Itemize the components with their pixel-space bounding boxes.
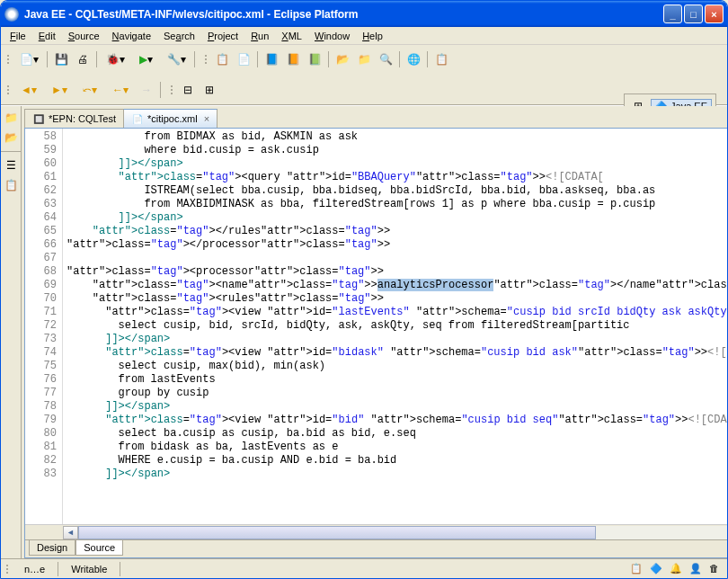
- maximize-button[interactable]: □: [684, 4, 703, 23]
- tab-epn[interactable]: 🔲 *EPN: CQLTest: [24, 109, 124, 128]
- last-edit-button[interactable]: ⤺▾: [75, 80, 104, 100]
- expand-button[interactable]: ⊞: [200, 80, 219, 100]
- menu-search[interactable]: Search: [158, 29, 200, 43]
- tasklist-icon[interactable]: 📋: [3, 177, 19, 193]
- editor-tabs: 🔲 *EPN: CQLTest 📄 *citipoc.xml × ▭ □: [22, 106, 727, 128]
- menu-project[interactable]: Project: [202, 29, 244, 43]
- tasks-button[interactable]: 📋: [431, 49, 451, 69]
- main-area: 📁 📂 ☰ 📋 🔲 *EPN: CQLTest 📄 *citipoc.xml ×: [1, 105, 727, 558]
- back-button[interactable]: ←▾: [106, 80, 135, 100]
- status-icon-4[interactable]: 👤: [689, 563, 702, 575]
- horizontal-scrollbar[interactable]: ◄ ►: [25, 524, 727, 539]
- diagram-icon: 🔲: [32, 112, 45, 125]
- window-title: Java EE - CQLTest/META-INF/wlevs/citipoc…: [24, 8, 663, 21]
- new-button[interactable]: 📄▾: [14, 49, 43, 69]
- navigator-icon[interactable]: 📂: [3, 129, 19, 146]
- eclipse-icon: [4, 7, 19, 22]
- new-servlet-button[interactable]: 📙: [283, 49, 303, 69]
- left-trim: 📁 📂 ☰ 📋: [1, 106, 22, 558]
- minimize-button[interactable]: _: [663, 4, 682, 23]
- status-selection: n…e: [19, 564, 50, 575]
- editor: 58 59 60 61 62 63 64 65 66 67 68 69 70 7…: [24, 128, 727, 558]
- web-browser-button[interactable]: 🌐: [404, 49, 423, 69]
- h-scroll-thumb[interactable]: [78, 526, 596, 539]
- line-gutter: 58 59 60 61 62 63 64 65 66 67 68 69 70 7…: [25, 129, 63, 524]
- nav-next-button[interactable]: ►▾: [45, 80, 74, 100]
- forward-button[interactable]: →: [137, 80, 156, 100]
- search-button[interactable]: 🔍: [376, 49, 395, 69]
- menu-file[interactable]: File: [4, 29, 31, 43]
- titlebar[interactable]: Java EE - CQLTest/META-INF/wlevs/citipoc…: [1, 1, 727, 27]
- code-area[interactable]: 58 59 60 61 62 63 64 65 66 67 68 69 70 7…: [25, 129, 727, 524]
- close-tab-button[interactable]: ×: [204, 113, 209, 124]
- menubar: File Edit Source Navigate Search Project…: [1, 27, 727, 45]
- menu-window[interactable]: Window: [309, 29, 355, 43]
- new-server-button[interactable]: 📋: [212, 49, 232, 69]
- menu-source[interactable]: Source: [63, 29, 105, 43]
- app-window: Java EE - CQLTest/META-INF/wlevs/citipoc…: [0, 0, 728, 579]
- open-type-button[interactable]: 📂: [333, 49, 352, 69]
- run-last-button[interactable]: 🔧▾: [162, 49, 191, 69]
- scroll-left-button[interactable]: ◄: [63, 526, 78, 539]
- new-jsp-button[interactable]: 📗: [305, 49, 324, 69]
- status-icon-2[interactable]: 🔷: [650, 563, 662, 575]
- code-content[interactable]: from BIDMAX as bid, ASKMIN as ask where …: [63, 129, 727, 524]
- xml-icon: 📄: [131, 112, 144, 125]
- tab-design[interactable]: Design: [29, 540, 75, 556]
- print-button[interactable]: 🖨: [73, 49, 93, 69]
- menu-help[interactable]: Help: [357, 29, 388, 43]
- save-button[interactable]: 💾: [51, 49, 71, 69]
- trash-icon[interactable]: 🗑: [709, 563, 722, 575]
- open-task-button[interactable]: 📁: [354, 49, 374, 69]
- package-explorer-icon[interactable]: 📁: [3, 110, 19, 126]
- debug-button[interactable]: 🐞▾: [101, 49, 129, 69]
- editor-area: 🔲 *EPN: CQLTest 📄 *citipoc.xml × ▭ □ 58 …: [22, 106, 727, 558]
- menu-run[interactable]: Run: [245, 29, 274, 43]
- close-button[interactable]: ×: [705, 4, 724, 23]
- menu-navigate[interactable]: Navigate: [107, 29, 156, 43]
- toolbar-area: 📄▾ 💾 🖨 🐞▾ ▶▾ 🔧▾ 📋 📄 📘 📙 📗 📂 📁 🔍 🌐: [1, 45, 727, 105]
- status-icon-3[interactable]: 🔔: [670, 563, 682, 575]
- menu-edit[interactable]: Edit: [33, 29, 61, 43]
- nav-prev-button[interactable]: ◄▾: [14, 80, 43, 100]
- statusbar: n…e Writable 📋 🔷 🔔 👤 🗑: [1, 558, 727, 578]
- tab-source[interactable]: Source: [75, 540, 123, 556]
- outline-icon[interactable]: ☰: [3, 157, 19, 174]
- tab-citipoc[interactable]: 📄 *citipoc.xml ×: [123, 109, 218, 128]
- new-xml-button[interactable]: 📄: [234, 49, 253, 69]
- menu-xml[interactable]: XML: [276, 29, 307, 43]
- new-bean-button[interactable]: 📘: [262, 49, 281, 69]
- run-button[interactable]: ▶▾: [131, 49, 160, 69]
- collapse-button[interactable]: ⊟: [178, 80, 198, 100]
- status-icon-1[interactable]: 📋: [630, 563, 643, 575]
- editor-bottom-tabs: Design Source: [25, 539, 727, 557]
- status-mode: Writable: [66, 564, 112, 575]
